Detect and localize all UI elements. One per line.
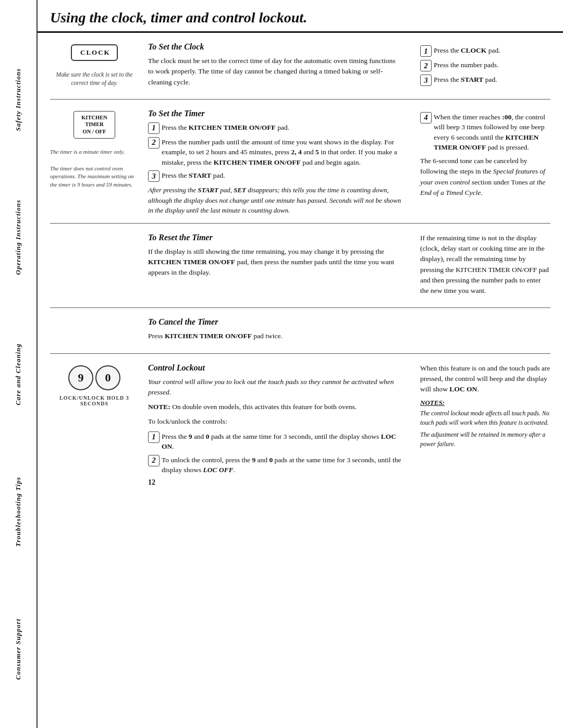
sidebar-tab-troubleshooting: Troubleshooting Tips <box>14 443 22 580</box>
clock-step-3: 3 Press the START pad. <box>420 75 550 86</box>
page-number: 12 <box>148 478 402 487</box>
cancel-timer-heading: To Cancel the Timer <box>148 317 402 327</box>
page-title: Using the clock, timer and control locko… <box>50 9 307 26</box>
timer-step-1-text: Press the KITCHEN TIMER ON/OFF pad. <box>162 122 289 133</box>
lockout-steps: 1 Press the 9 and 0 pads at the same tim… <box>148 431 402 475</box>
clock-step-3-text: Press the START pad. <box>434 75 497 85</box>
clock-step-2-text: Press the number pads. <box>434 60 498 70</box>
lock-buttons: 9 0 <box>68 365 120 390</box>
reset-timer-body: If the display is still showing the time… <box>148 246 402 278</box>
timer-step-4-num: 4 <box>420 112 432 124</box>
timer-step-3-text: Press the START pad. <box>162 170 225 181</box>
lockout-section-main: Control Lockout Your control will allow … <box>148 363 406 487</box>
sidebar-tab-safety: Safety Instructions <box>14 31 22 168</box>
clock-step-1: 1 Press the CLOCK pad. <box>420 45 550 57</box>
lockout-notes: NOTES: The control lockout mode affects … <box>420 399 550 449</box>
clock-step-2: 2 Press the number pads. <box>420 60 550 71</box>
timer-step-2-num: 2 <box>148 137 160 149</box>
sidebar-label-troubleshooting: Troubleshooting Tips <box>14 477 22 547</box>
kitchen-timer-button: KITCHENTIMERON / OFF <box>74 111 115 139</box>
clock-step-3-num: 3 <box>420 75 432 86</box>
timer-right-note-text: The 6-second tone can be canceled by fol… <box>420 157 545 196</box>
timer-section-right: 4 When the timer reaches :00, the contro… <box>415 109 550 216</box>
timer-section: KITCHENTIMERON / OFF The timer is a minu… <box>50 100 550 224</box>
clock-step-1-text: Press the CLOCK pad. <box>434 45 500 56</box>
sidebar-label-safety: Safety Instructions <box>14 68 22 131</box>
timer-italic-note: After pressing the START pad, SET disapp… <box>148 185 402 216</box>
title-bar: Using the clock, timer and control locko… <box>38 0 563 33</box>
lockout-note-text: On double oven models, this activates th… <box>172 403 357 411</box>
timer-steps: 1 Press the KITCHEN TIMER ON/OFF pad. 2 … <box>148 122 402 182</box>
timer-caption-text-1: The timer is a minute timer only. <box>50 149 125 155</box>
lockout-step-1-text: Press the 9 and 0 pads at the same time … <box>162 431 402 452</box>
lockout-section-left: 9 0 LOCK/UNLOCK HOLD 3 SECONDS <box>50 363 139 487</box>
timer-step-1-num: 1 <box>148 122 160 134</box>
sidebar-tab-operating: Operating Instructions <box>14 168 22 305</box>
sidebar-label-consumer: Consumer Support <box>14 619 22 680</box>
lock-btn-9: 9 <box>68 365 93 390</box>
cancel-timer-main: To Cancel the Timer Press KITCHEN TIMER … <box>148 317 406 346</box>
lockout-note-1: The control lockout mode affects all tou… <box>420 409 550 427</box>
clock-heading: To Set the Clock <box>148 42 402 52</box>
reset-timer-heading: To Reset the Timer <box>148 233 402 242</box>
reset-timer-right: If the remaining time is not in the disp… <box>415 233 550 301</box>
sidebar-label-care: Care and Cleaning <box>14 343 22 405</box>
timer-heading: To Set the Timer <box>148 109 402 118</box>
timer-step-2-text: Press the number pads until the amount o… <box>162 137 402 168</box>
reset-timer-left <box>50 233 139 301</box>
sidebar-tab-care: Care and Cleaning <box>14 306 22 443</box>
clock-button: CLOCK <box>71 44 118 61</box>
lock-btn-0: 0 <box>95 365 120 390</box>
clock-section: CLOCK Make sure the clock is set to the … <box>50 33 550 100</box>
lockout-section-right: When this feature is on and the touch pa… <box>415 363 550 487</box>
lockout-italic-intro: Your control will allow you to lock out … <box>148 377 402 398</box>
timer-step-4: 4 When the timer reaches :00, the contro… <box>420 112 550 153</box>
clock-section-main: To Set the Clock The clock must be set t… <box>148 42 406 92</box>
page-wrapper: Safety Instructions Operating Instructio… <box>0 0 563 728</box>
clock-steps: 1 Press the CLOCK pad. 2 Press the numbe… <box>420 45 550 86</box>
lockout-step-2-text: To unlock the control, press the 9 and 0… <box>162 455 402 475</box>
lock-caption: LOCK/UNLOCK HOLD 3 SECONDS <box>50 395 139 406</box>
sidebar: Safety Instructions Operating Instructio… <box>0 0 38 728</box>
timer-right-steps: 4 When the timer reaches :00, the contro… <box>420 112 550 153</box>
clock-body: The clock must be set to the correct tim… <box>148 56 402 88</box>
timer-step-1: 1 Press the KITCHEN TIMER ON/OFF pad. <box>148 122 402 134</box>
lockout-notes-title: NOTES: <box>420 399 550 407</box>
timer-step-3: 3 Press the START pad. <box>148 170 402 182</box>
lockout-note-2: The adjustment will be retained in memor… <box>420 430 550 449</box>
timer-section-left: KITCHENTIMERON / OFF The timer is a minu… <box>50 109 139 216</box>
sidebar-label-operating: Operating Instructions <box>14 200 22 275</box>
cancel-timer-section: To Cancel the Timer Press KITCHEN TIMER … <box>50 308 550 353</box>
lockout-step-1: 1 Press the 9 and 0 pads at the same tim… <box>148 431 402 452</box>
lockout-step-1-num: 1 <box>148 431 160 443</box>
timer-step-3-num: 3 <box>148 170 160 182</box>
lockout-heading: Control Lockout <box>148 363 402 373</box>
clock-section-right: 1 Press the CLOCK pad. 2 Press the numbe… <box>415 42 550 92</box>
cancel-timer-left <box>50 317 139 346</box>
reset-timer-right-note: If the remaining time is not in the disp… <box>420 233 550 297</box>
content-area: CLOCK Make sure the clock is set to the … <box>38 33 563 494</box>
lockout-italic-text: Your control will allow you to lock out … <box>148 378 394 396</box>
sidebar-tab-consumer: Consumer Support <box>14 581 22 718</box>
reset-timer-main: To Reset the Timer If the display is sti… <box>148 233 406 301</box>
timer-step-2: 2 Press the number pads until the amount… <box>148 137 402 168</box>
lockout-step-2: 2 To unlock the control, press the 9 and… <box>148 455 402 475</box>
cancel-timer-body: Press KITCHEN TIMER ON/OFF pad twice. <box>148 331 402 341</box>
timer-step-4-text: When the timer reaches :00, the control … <box>434 112 550 153</box>
lockout-section: 9 0 LOCK/UNLOCK HOLD 3 SECONDS Control L… <box>50 354 550 494</box>
lockout-step-2-num: 2 <box>148 455 160 466</box>
lockout-right-body: When this feature is on and the touch pa… <box>420 363 550 395</box>
lockout-sub-label: To lock/unlock the controls: <box>148 416 402 427</box>
cancel-timer-right <box>415 317 550 346</box>
reset-timer-section: To Reset the Timer If the display is sti… <box>50 224 550 309</box>
timer-caption-1: The timer is a minute timer only. The ti… <box>50 148 139 190</box>
main-content: Using the clock, timer and control locko… <box>38 0 563 728</box>
clock-caption: Make sure the clock is set to the correc… <box>50 70 139 87</box>
timer-right-note: The 6-second tone can be canceled by fol… <box>420 156 550 198</box>
timer-section-main: To Set the Timer 1 Press the KITCHEN TIM… <box>148 109 406 216</box>
clock-section-left: CLOCK Make sure the clock is set to the … <box>50 42 139 92</box>
timer-caption-text-2: The timer does not control oven operatio… <box>50 165 133 188</box>
lockout-note-intro: NOTE: On double oven models, this activa… <box>148 402 402 412</box>
clock-step-2-num: 2 <box>420 60 432 71</box>
timer-italic-note-text: After pressing the START pad, SET disapp… <box>148 186 401 214</box>
